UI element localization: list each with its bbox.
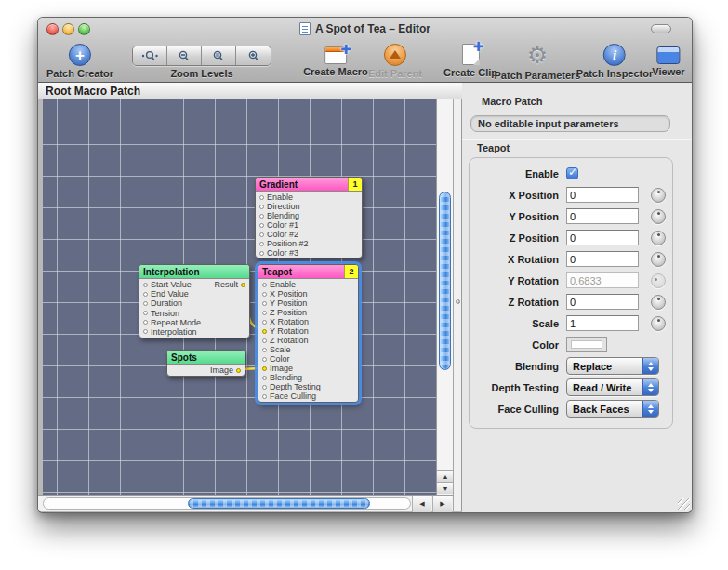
input-port-blending[interactable]	[259, 214, 264, 219]
output-port-image[interactable]	[236, 368, 241, 373]
z-rotation-knob[interactable]	[651, 295, 666, 310]
port-label: Enable	[267, 192, 293, 202]
toolbar: + Patch Creator	[38, 42, 692, 83]
color-well[interactable]	[566, 337, 607, 352]
zoom-fit-button[interactable]	[133, 46, 167, 65]
node-port-row: Y Position	[258, 298, 358, 308]
node-port-row: Blending	[256, 211, 362, 220]
create-clip-button[interactable]: ✚ Create Clip	[443, 44, 497, 78]
input-port-tension[interactable]	[143, 311, 148, 315]
zoom-levels-control: Zoom Levels	[132, 44, 271, 79]
input-port-depth-testing[interactable]	[262, 385, 267, 390]
input-port-y-position[interactable]	[262, 301, 267, 306]
y-rotation-knob[interactable]	[651, 273, 666, 288]
parameter-label: Depth Testing	[470, 382, 559, 393]
toolbar-toggle-button[interactable]	[651, 24, 671, 33]
input-port-color-2[interactable]	[259, 232, 264, 237]
scroll-up-button[interactable]: ▲	[437, 470, 454, 482]
input-port-interpolation[interactable]	[143, 329, 148, 334]
z-position-knob[interactable]	[651, 231, 666, 245]
node-badge: 2	[344, 265, 358, 278]
patch-creator-button[interactable]: + Patch Creator	[46, 44, 113, 79]
node-port-row: Duration	[139, 298, 249, 308]
node-port-row: Enable	[256, 192, 362, 202]
z-position-field[interactable]	[566, 230, 639, 245]
input-port-x-position[interactable]	[262, 292, 267, 297]
input-port-enable[interactable]	[262, 283, 267, 287]
horizontal-scrollbar[interactable]: ◀ ▶	[38, 495, 453, 511]
scroll-down-button[interactable]: ▼	[437, 482, 454, 494]
node-header[interactable]: Gradient1	[256, 178, 362, 192]
title-bar[interactable]: A Spot of Tea – Editor	[38, 18, 692, 42]
zoom-fit-icon	[141, 50, 159, 62]
vertical-scrollbar-thumb[interactable]	[439, 192, 451, 370]
scroll-left-button[interactable]: ◀	[412, 496, 431, 512]
patch-node-interpolation[interactable]: InterpolationStart ValueResultEnd ValueD…	[139, 264, 250, 338]
parameter-row-z-position: Z Position	[470, 227, 672, 248]
patch-node-teapot[interactable]: Teapot2EnableX PositionY PositionZ Posit…	[258, 264, 359, 403]
horizontal-scrollbar-track[interactable]	[43, 497, 411, 510]
output-port-result[interactable]	[241, 283, 245, 287]
horizontal-scrollbar-thumb[interactable]	[188, 498, 370, 509]
create-macro-button[interactable]: ✚ Create Macro	[303, 44, 368, 77]
input-port-enable[interactable]	[259, 195, 264, 200]
parameter-label: Y Position	[470, 211, 559, 222]
pane-splitter[interactable]	[453, 99, 462, 511]
input-port-z-rotation[interactable]	[262, 338, 267, 343]
zoom-actual-button[interactable]	[202, 46, 236, 65]
depth-testing-popup[interactable]: Read / Write	[566, 378, 659, 396]
patch-canvas[interactable]: Gradient1EnableDirectionBlendingColor #1…	[43, 99, 436, 495]
input-port-duration[interactable]	[143, 301, 148, 306]
x-position-knob[interactable]	[651, 188, 666, 203]
input-port-image[interactable]	[262, 366, 267, 371]
input-port-z-position[interactable]	[262, 311, 267, 315]
edit-parent-button[interactable]: Edit Parent	[368, 44, 422, 79]
node-port-row: Direction	[256, 202, 362, 211]
input-port-color[interactable]	[262, 357, 267, 362]
x-position-field[interactable]	[566, 187, 639, 203]
patch-inspector-button[interactable]: i Patch Inspector	[576, 44, 654, 79]
parameter-label: Blending	[470, 361, 559, 372]
patch-parameters-button[interactable]: ⚙ Patch Parameters	[495, 44, 581, 81]
input-port-face-culling[interactable]	[262, 394, 267, 399]
resize-grip[interactable]	[678, 498, 690, 510]
input-port-direction[interactable]	[259, 205, 264, 209]
input-port-end-value[interactable]	[143, 292, 148, 297]
page-plus-icon: ✚	[461, 44, 479, 65]
node-header[interactable]: Teapot2	[258, 265, 358, 279]
scale-field[interactable]	[566, 315, 639, 331]
input-port-position-2[interactable]	[259, 242, 264, 246]
vertical-scrollbar[interactable]: ▲ ▼	[436, 99, 453, 511]
port-label: Scale	[270, 345, 291, 354]
z-rotation-field[interactable]	[566, 294, 639, 310]
node-header[interactable]: Spots	[167, 351, 245, 365]
input-port-repeat-mode[interactable]	[143, 320, 148, 325]
input-port-color-3[interactable]	[259, 251, 264, 256]
face-culling-popup[interactable]: Back Faces	[566, 400, 659, 418]
zoom-out-button[interactable]	[167, 46, 202, 65]
scroll-right-button[interactable]: ▶	[432, 496, 452, 512]
y-rotation-field[interactable]	[566, 272, 639, 288]
scale-knob[interactable]	[651, 316, 666, 331]
parameter-row-x-position: X Position	[470, 184, 672, 205]
patch-node-gradient[interactable]: Gradient1EnableDirectionBlendingColor #1…	[255, 177, 363, 258]
zoom-in-icon	[247, 50, 260, 62]
blending-popup[interactable]: Replace	[566, 357, 659, 375]
macro-patch-label: Macro Patch	[482, 96, 542, 107]
input-port-start-value[interactable]	[143, 283, 148, 287]
node-header[interactable]: Interpolation	[139, 265, 249, 279]
input-port-y-rotation[interactable]	[262, 329, 267, 334]
patch-node-spots[interactable]: SpotsImage	[166, 350, 245, 377]
input-port-blending[interactable]	[262, 376, 267, 380]
input-port-x-rotation[interactable]	[262, 320, 267, 325]
enable-checkbox[interactable]	[566, 167, 578, 179]
x-rotation-knob[interactable]	[651, 252, 666, 267]
splitter-handle[interactable]	[456, 299, 460, 304]
input-port-color-1[interactable]	[259, 223, 264, 228]
input-port-scale[interactable]	[262, 348, 267, 352]
y-position-knob[interactable]	[651, 209, 666, 224]
y-position-field[interactable]	[566, 208, 639, 224]
viewer-button[interactable]: Viewer	[652, 44, 684, 77]
x-rotation-field[interactable]	[566, 251, 639, 267]
zoom-in-button[interactable]	[236, 46, 271, 65]
